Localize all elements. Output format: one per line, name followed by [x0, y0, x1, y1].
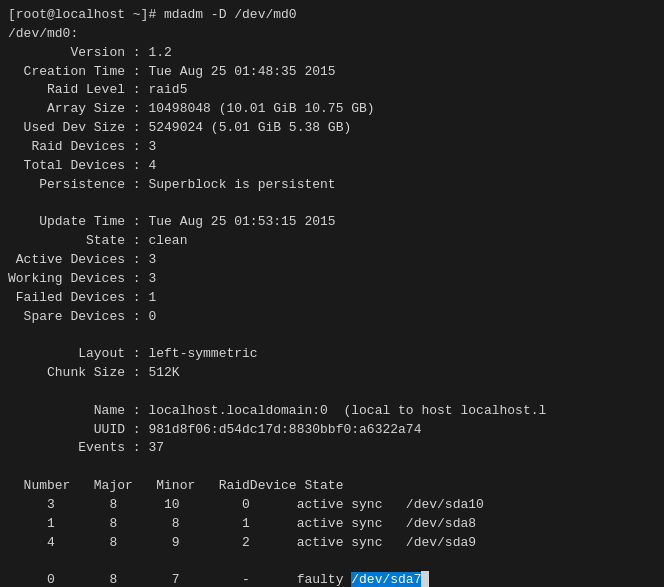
blank-line-1	[8, 194, 656, 213]
total-devices-line: Total Devices : 4	[8, 157, 656, 176]
dev-line: /dev/md0:	[8, 25, 656, 44]
used-dev-size-line: Used Dev Size : 5249024 (5.01 GiB 5.38 G…	[8, 119, 656, 138]
raid-level-line: Raid Level : raid5	[8, 81, 656, 100]
blank-line-5	[8, 552, 656, 571]
faulty-row-prefix: 0 8 7 - faulty	[8, 572, 351, 587]
spare-devices-line: Spare Devices : 0	[8, 308, 656, 327]
uuid-line: UUID : 981d8f06:d54dc17d:8830bbf0:a6322a…	[8, 421, 656, 440]
version-line: Version : 1.2	[8, 44, 656, 63]
blank-line-3	[8, 383, 656, 402]
blank-line-2	[8, 326, 656, 345]
table-header-line: Number Major Minor RaidDevice State	[8, 477, 656, 496]
cmd-line: [root@localhost ~]# mdadm -D /dev/md0	[8, 6, 656, 25]
events-line: Events : 37	[8, 439, 656, 458]
active-devices-line: Active Devices : 3	[8, 251, 656, 270]
cursor	[421, 571, 429, 587]
device-row-2: 1 8 8 1 active sync /dev/sda8	[8, 515, 656, 534]
raid-devices-line: Raid Devices : 3	[8, 138, 656, 157]
device-row-1: 3 8 10 0 active sync /dev/sda10	[8, 496, 656, 515]
chunk-size-line: Chunk Size : 512K	[8, 364, 656, 383]
update-time-line: Update Time : Tue Aug 25 01:53:15 2015	[8, 213, 656, 232]
layout-line: Layout : left-symmetric	[8, 345, 656, 364]
terminal-window: [root@localhost ~]# mdadm -D /dev/md0 /d…	[0, 0, 664, 587]
state-line: State : clean	[8, 232, 656, 251]
name-line: Name : localhost.localdomain:0 (local to…	[8, 402, 656, 421]
array-size-line: Array Size : 10498048 (10.01 GiB 10.75 G…	[8, 100, 656, 119]
creation-time-line: Creation Time : Tue Aug 25 01:48:35 2015	[8, 63, 656, 82]
persistence-line: Persistence : Superblock is persistent	[8, 176, 656, 195]
failed-devices-line: Failed Devices : 1	[8, 289, 656, 308]
blank-line-4	[8, 458, 656, 477]
working-devices-line: Working Devices : 3	[8, 270, 656, 289]
device-row-3: 4 8 9 2 active sync /dev/sda9	[8, 534, 656, 553]
faulty-device-highlight: /dev/sda7	[351, 572, 421, 587]
faulty-row: 0 8 7 - faulty /dev/sda7	[8, 571, 656, 587]
